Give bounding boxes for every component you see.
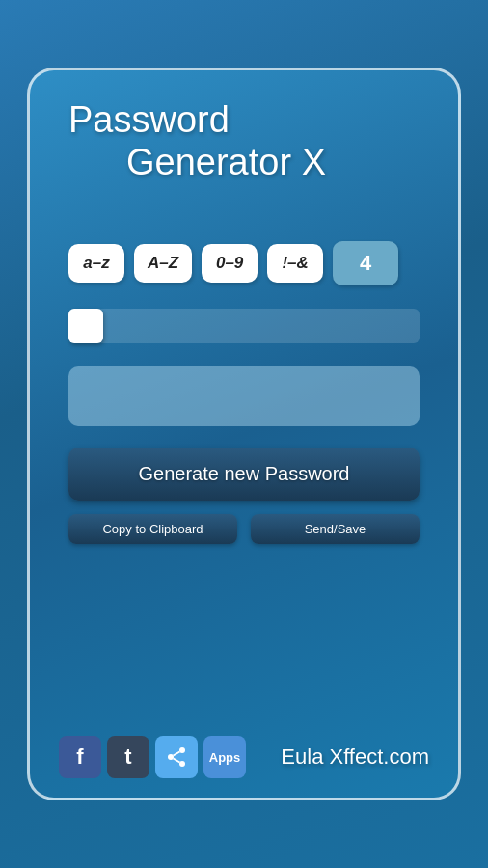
option-numbers[interactable]: 0–9: [202, 244, 258, 283]
send-button[interactable]: Send/Save: [251, 514, 420, 544]
svg-point-0: [179, 747, 185, 753]
slider-thumb[interactable]: [68, 309, 103, 343]
generate-button[interactable]: Generate new Password: [68, 448, 420, 501]
action-row: Copy to Clipboard Send/Save: [68, 514, 420, 544]
tumblr-icon[interactable]: t: [107, 736, 149, 778]
slider-track[interactable]: [68, 309, 420, 343]
share-icon[interactable]: [155, 736, 198, 778]
slider-container: [68, 309, 420, 343]
svg-line-3: [174, 759, 180, 763]
svg-point-1: [168, 754, 174, 760]
svg-line-4: [174, 752, 180, 756]
option-symbols[interactable]: !–&: [267, 244, 323, 283]
apps-icon[interactable]: Apps: [203, 736, 246, 778]
facebook-icon[interactable]: f: [59, 736, 101, 778]
copy-button[interactable]: Copy to Clipboard: [68, 514, 237, 544]
option-lowercase[interactable]: a–z: [68, 244, 124, 283]
svg-point-2: [179, 761, 185, 767]
length-display[interactable]: 4: [333, 241, 398, 285]
social-icons: f t Apps: [59, 736, 246, 778]
option-uppercase[interactable]: A–Z: [134, 244, 192, 283]
app-title: Password Generator X: [68, 99, 326, 183]
password-field[interactable]: [68, 366, 420, 426]
branding-text: Eula Xffect.com: [281, 745, 429, 770]
options-row: a–z A–Z 0–9 !–& 4: [68, 241, 398, 285]
main-card: Password Generator X a–z A–Z 0–9 !–& 4 G…: [27, 68, 461, 800]
bottom-bar: f t Apps Eula Xffect.com: [59, 736, 429, 778]
